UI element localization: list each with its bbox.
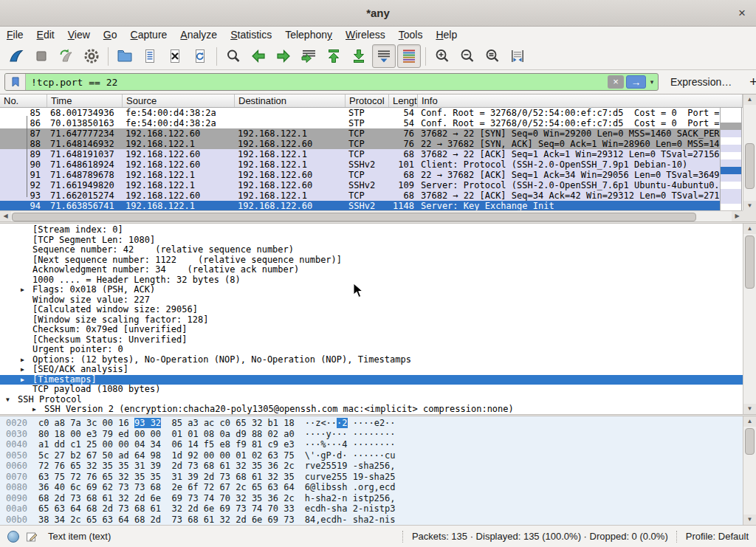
go-bottom-button[interactable] <box>347 44 371 68</box>
scroll-down-icon[interactable]: ▼ <box>743 515 756 525</box>
menu-edit[interactable]: Edit <box>30 27 61 43</box>
hex-bytes[interactable]: 36 40 6c 69 62 73 73 68 2e 6f 72 67 2c 6… <box>38 482 295 492</box>
detail-line[interactable]: Acknowledgment number: 34 (relative ack … <box>0 265 756 275</box>
hex-ascii[interactable]: rve25519 -sha256, <box>305 461 396 471</box>
menu-statistics[interactable]: Statistics <box>224 27 278 43</box>
column-header-length[interactable]: Length <box>389 94 418 107</box>
detail-line[interactable]: ▶Options: (12 bytes), No-Operation (NOP)… <box>0 355 756 365</box>
hex-ascii[interactable]: ecdh-sha 2-nistp3 <box>305 503 396 514</box>
filter-bookmark-button[interactable] <box>5 74 26 90</box>
hex-ascii[interactable]: h-sha2-n istp256, <box>305 493 396 503</box>
hex-bytes[interactable]: 65 63 64 68 2d 73 68 61 32 2d 6e 69 73 7… <box>38 503 295 514</box>
menu-analyze[interactable]: Analyze <box>173 27 224 43</box>
hex-ascii[interactable]: ···%···4 ········ <box>305 439 396 450</box>
hex-row-0090[interactable]: 009068 2d 73 68 61 32 2d 6e 69 73 74 70 … <box>0 493 756 504</box>
hex-ascii[interactable]: curve255 19-sha25 <box>305 472 396 482</box>
menu-telephony[interactable]: Telephony <box>278 27 339 43</box>
go-top-button[interactable] <box>322 44 346 68</box>
restart-capture-button[interactable] <box>55 44 78 68</box>
expand-closed-icon[interactable]: ▶ <box>21 375 32 385</box>
menu-capture[interactable]: Capture <box>124 27 174 43</box>
scrollbar-thumb[interactable] <box>12 213 696 221</box>
menu-wireless[interactable]: Wireless <box>339 27 392 43</box>
close-file-button[interactable] <box>163 44 187 68</box>
detail-line[interactable]: TCP payload (1080 bytes) <box>0 385 756 395</box>
zoom-out-button[interactable] <box>456 44 479 68</box>
detail-line[interactable]: [Window size scaling factor: 128] <box>0 315 756 326</box>
column-header-destination[interactable]: Destination <box>235 94 346 107</box>
detail-line[interactable]: [Calculated window size: 29056] <box>0 305 756 315</box>
column-header-no[interactable]: No. <box>0 94 47 107</box>
go-back-button[interactable] <box>247 44 270 68</box>
menu-help[interactable]: Help <box>429 27 464 43</box>
packet-row-94[interactable]: 9471.663856741192.168.122.1192.168.122.6… <box>0 201 720 211</box>
packet-row-85[interactable]: 8568.001734936fe:54:00:d4:38:2aSTP54Conf… <box>0 108 720 118</box>
hex-ascii[interactable]: 84,ecdh- sha2-nis <box>305 515 396 525</box>
detail-line[interactable]: Window size value: 227 <box>0 295 756 306</box>
packet-list-horizontal-scrollbar[interactable]: ◀ ▶ <box>0 210 743 221</box>
hex-bytes[interactable]: 68 2d 73 68 61 32 2d 6e 69 73 74 70 32 3… <box>38 493 295 503</box>
save-file-button[interactable] <box>138 44 162 68</box>
filter-dropdown-button[interactable]: ▾ <box>646 78 658 86</box>
expert-info-icon[interactable] <box>7 531 19 543</box>
start-capture-button[interactable] <box>4 44 28 68</box>
zoom-reset-button[interactable] <box>481 44 504 68</box>
detail-line[interactable]: ▶SSH Version 2 (encryption:chacha20-poly… <box>0 405 756 414</box>
zoom-in-button[interactable] <box>430 44 454 68</box>
scrollbar-thumb[interactable] <box>745 428 755 455</box>
go-to-packet-button[interactable] <box>297 44 320 68</box>
resize-columns-button[interactable] <box>506 44 529 68</box>
hex-ascii[interactable]: 6@libssh .org,ecd <box>305 482 396 492</box>
expand-open-icon[interactable]: ▼ <box>6 395 18 405</box>
detail-line[interactable]: ▶[SEQ/ACK analysis] <box>0 365 756 375</box>
scroll-down-icon[interactable]: ▼ <box>743 201 756 211</box>
go-forward-button[interactable] <box>272 44 295 68</box>
detail-line[interactable]: Sequence number: 42 (relative sequence n… <box>0 245 756 255</box>
hex-ascii[interactable]: ····y··· ········ <box>305 429 396 439</box>
hex-bytes[interactable]: 38 34 2c 65 63 64 68 2d 73 68 61 32 2d 6… <box>38 515 295 525</box>
add-filter-button[interactable]: + <box>743 75 756 90</box>
close-window-button[interactable]: × <box>734 5 750 21</box>
auto-scroll-button[interactable] <box>372 44 396 68</box>
scroll-down-icon[interactable]: ▼ <box>743 404 756 414</box>
menu-file[interactable]: File <box>0 27 30 43</box>
hex-bytes[interactable]: a1 dd c1 25 00 00 04 34 06 14 f5 e8 f9 8… <box>38 439 295 450</box>
packet-row-87[interactable]: 8771.647777234192.168.122.60192.168.122.… <box>0 128 720 139</box>
colorize-button[interactable] <box>397 44 421 68</box>
hex-bytes[interactable]: c0 a8 7a 3c 00 16 93 32 85 a3 ac c0 65 3… <box>38 418 295 428</box>
display-filter-input[interactable]: !tcp.port == 22 × → ▾ <box>4 73 659 91</box>
hex-row-0050[interactable]: 00505c 27 b2 67 50 ad 64 98 1d 92 00 00 … <box>0 450 756 461</box>
scroll-up-icon[interactable]: ▲ <box>743 416 756 427</box>
packet-row-86[interactable]: 8670.013850163fe:54:00:d4:38:2aSTP54Conf… <box>0 118 720 128</box>
hex-row-0080[interactable]: 008036 40 6c 69 62 73 73 68 2e 6f 72 67 … <box>0 482 756 493</box>
column-header-time[interactable]: Time <box>47 94 123 107</box>
expand-closed-icon[interactable]: ▶ <box>21 285 32 295</box>
detail-line[interactable]: ▶[Timestamps] <box>0 375 756 385</box>
bytes-vertical-scrollbar[interactable]: ▲ ▼ <box>743 416 756 525</box>
capture-options-button[interactable] <box>80 44 103 68</box>
detail-line[interactable]: 1000 .... = Header Length: 32 bytes (8) <box>0 275 756 286</box>
expression-button[interactable]: Expression… <box>670 76 732 88</box>
packet-bytes-pane[interactable]: 0020c0 a8 7a 3c 00 16 93 32 85 a3 ac c0 … <box>0 416 756 525</box>
hex-row-0060[interactable]: 006072 76 65 32 35 35 31 39 2d 73 68 61 … <box>0 461 756 472</box>
hex-row-00b0[interactable]: 00b038 34 2c 65 63 64 68 2d 73 68 61 32 … <box>0 515 756 526</box>
detail-line[interactable]: Checksum: 0x79ed [unverified] <box>0 325 756 335</box>
expand-closed-icon[interactable]: ▶ <box>21 365 32 375</box>
filter-clear-button[interactable]: × <box>608 75 624 89</box>
hex-ascii[interactable]: \'·gP·d· ······cu <box>305 450 396 461</box>
hex-bytes[interactable]: 80 18 00 e3 79 ed 00 00 01 01 08 0a d9 8… <box>38 429 295 439</box>
detail-line[interactable]: [Next sequence number: 1122 (relative se… <box>0 255 756 266</box>
find-packet-button[interactable] <box>221 44 245 68</box>
menu-go[interactable]: Go <box>97 27 124 43</box>
expand-closed-icon[interactable]: ▶ <box>32 405 44 414</box>
open-file-button[interactable] <box>113 44 137 68</box>
packet-list-vertical-scrollbar[interactable]: ▲ ▼ <box>743 94 756 211</box>
menu-tools[interactable]: Tools <box>392 27 430 43</box>
hex-bytes[interactable]: 72 76 65 32 35 35 31 39 2d 73 68 61 32 3… <box>38 461 295 471</box>
detail-line[interactable]: [Checksum Status: Unverified] <box>0 335 756 345</box>
reload-file-button[interactable] <box>188 44 212 68</box>
detail-line[interactable]: ▶Flags: 0x018 (PSH, ACK) <box>0 285 756 295</box>
capture-comment-icon[interactable] <box>26 531 38 543</box>
packet-row-91[interactable]: 9171.648789678192.168.122.1192.168.122.6… <box>0 170 720 180</box>
packet-row-93[interactable]: 9371.662015274192.168.122.60192.168.122.… <box>0 190 720 201</box>
